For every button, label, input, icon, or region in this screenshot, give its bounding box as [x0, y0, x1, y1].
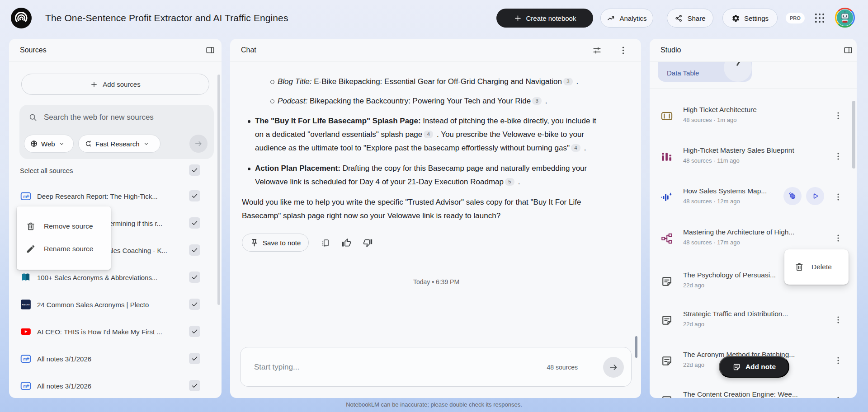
studio-scrollbar[interactable]	[852, 101, 855, 169]
source-row[interactable]: mAll notes 3/1/2026	[20, 345, 211, 372]
source-row[interactable]: mAll notes 3/1/2026	[20, 372, 211, 398]
studio-artifact-title: The Psychology of Persuasi...	[683, 271, 776, 279]
search-placeholder: Search the web for new sources	[44, 113, 154, 122]
studio-artifact-title: High-Ticket Mastery Sales Blueprint	[683, 146, 794, 154]
citation-chip[interactable]: 3	[532, 97, 542, 105]
chat-input-box[interactable]: Start typing... 48 sources	[240, 347, 632, 387]
select-all-checkbox[interactable]	[189, 164, 200, 176]
artifact-more-menu-icon[interactable]	[833, 111, 843, 121]
pushpin-icon	[250, 239, 259, 247]
interactive-mode-button[interactable]	[783, 187, 802, 205]
trash-icon	[26, 221, 36, 231]
chat-send-button[interactable]	[603, 357, 624, 378]
citation-chip[interactable]: 3	[563, 78, 573, 85]
source-checkbox[interactable]	[189, 326, 200, 337]
remove-source-menu-item[interactable]: Remove source	[17, 215, 111, 238]
rename-source-menu-item[interactable]: Rename source	[17, 238, 111, 260]
flashcards-icon	[660, 110, 673, 122]
audio-waveform-icon	[660, 191, 673, 204]
thumb-down-icon[interactable]	[363, 238, 373, 248]
save-to-note-button[interactable]: Save to note	[242, 234, 309, 252]
studio-artifact-row[interactable]: High Ticket Architecture48 sources · 1m …	[660, 105, 846, 127]
chat-scrollbar[interactable]	[635, 336, 637, 358]
citation-chip[interactable]: 5	[505, 178, 514, 186]
research-mode-dropdown[interactable]: Fast Research	[78, 135, 160, 153]
sources-panel: Sources Add sources Search the web for n…	[9, 39, 222, 398]
share-button[interactable]: Share	[667, 9, 713, 28]
source-checkbox[interactable]	[189, 299, 200, 310]
select-all-sources-row: Select all sources	[20, 164, 211, 177]
chat-sub-bullet-list: Blog Title: E-Bike Bikepacking: Essentia…	[242, 75, 606, 108]
add-sources-button[interactable]: Add sources	[21, 74, 209, 95]
studio-artifact-meta: 22d ago	[683, 361, 704, 368]
studio-artifact-row[interactable]: The Content Creation Engine: Wee...	[660, 389, 846, 398]
studio-artifact-meta: 48 sources · 17m ago	[683, 239, 740, 246]
artifact-more-menu-icon[interactable]	[833, 192, 843, 202]
studio-artifact-actions	[783, 187, 824, 205]
citation-chip[interactable]: 4	[424, 131, 433, 138]
source-checkbox[interactable]	[189, 244, 200, 256]
chat-header: Chat	[230, 39, 641, 61]
globe-icon	[30, 140, 38, 148]
search-input[interactable]: Search the web for new sources	[28, 113, 154, 122]
notebooklm-logo[interactable]	[11, 8, 32, 28]
studio-artifact-meta: 22d ago	[683, 282, 704, 289]
artifact-more-menu-icon[interactable]	[833, 233, 843, 243]
chat-panel: Chat Blog Title: E-Bike Bikepacking: Ess…	[230, 39, 641, 398]
chat-settings-tune-icon[interactable]	[592, 45, 602, 56]
apps-grid-icon[interactable]	[813, 12, 826, 24]
studio-artifact-row[interactable]: Strategic Traffic and Distribution...22d…	[660, 309, 846, 332]
studio-artifact-meta: 22d ago	[683, 321, 704, 328]
studio-header: Studio	[650, 39, 857, 61]
search-icon	[28, 113, 38, 122]
studio-delete-menu[interactable]: Delete	[784, 249, 849, 285]
trending-up-icon	[607, 14, 615, 23]
youtube-icon	[20, 326, 32, 337]
note-icon	[732, 363, 741, 371]
chat-sources-count: 48 sources	[547, 347, 578, 387]
chat-more-menu-icon[interactable]	[618, 45, 628, 56]
note-blue-icon: m	[20, 380, 32, 392]
chevron-down-icon	[143, 140, 150, 147]
copy-icon[interactable]	[321, 238, 330, 248]
collapse-sources-panel-icon[interactable]	[205, 45, 215, 55]
source-checkbox[interactable]	[189, 272, 200, 283]
thumb-up-icon[interactable]	[342, 238, 351, 248]
note-icon	[660, 394, 673, 398]
create-notebook-button[interactable]: Create notebook	[496, 9, 593, 28]
analytics-button[interactable]: Analytics	[600, 9, 653, 28]
artifact-more-menu-icon[interactable]	[833, 395, 843, 398]
source-checkbox[interactable]	[189, 190, 200, 201]
studio-artifact-row[interactable]: Mastering the Architecture of High...48 …	[660, 227, 846, 250]
play-button[interactable]	[806, 187, 824, 205]
source-title: All notes 3/1/2026	[37, 382, 91, 390]
sources-scrollbar[interactable]	[217, 75, 220, 305]
artifact-more-menu-icon[interactable]	[833, 315, 843, 325]
studio-create-row-clipped: Data Table	[650, 62, 857, 82]
chat-bullet-item: The "Buy It For Life Basecamp" Splash Pa…	[255, 114, 606, 155]
collapse-studio-panel-icon[interactable]	[843, 45, 853, 55]
svg-text:PLECTO: PLECTO	[22, 304, 30, 306]
disclaimer-text: NotebookLM can be inaccurate; please dou…	[0, 401, 868, 408]
studio-artifact-row[interactable]: High-Ticket Mastery Sales Blueprint48 so…	[660, 145, 846, 168]
artifact-more-menu-icon[interactable]	[833, 356, 843, 365]
studio-artifact-title: The Content Creation Engine: Wee...	[683, 390, 798, 398]
source-checkbox[interactable]	[189, 353, 200, 364]
studio-divider	[650, 89, 857, 89]
source-row[interactable]: mDeep Research Report: The High-Tick...	[20, 183, 211, 210]
fast-research-icon	[84, 140, 92, 148]
settings-button[interactable]: Settings	[722, 9, 778, 28]
search-submit-button[interactable]	[189, 135, 208, 153]
notebook-title: The One-Sentence Profit Extractor and AI…	[45, 0, 288, 36]
studio-artifact-title: Strategic Traffic and Distribution...	[683, 310, 788, 318]
studio-artifact-row[interactable]: How Sales Systems Map...48 sources · 12m…	[660, 186, 846, 209]
add-note-button[interactable]: Add note	[719, 356, 789, 378]
artifact-more-menu-icon[interactable]	[833, 151, 843, 161]
source-checkbox[interactable]	[189, 217, 200, 229]
source-checkbox[interactable]	[189, 380, 200, 391]
source-row[interactable]: AI CEO: THIS is How I'd Make My First ..…	[20, 318, 211, 345]
citation-chip[interactable]: 4	[571, 144, 580, 152]
web-source-dropdown[interactable]: Web	[24, 135, 74, 153]
user-avatar[interactable]	[835, 7, 855, 28]
source-row[interactable]: PLECTO24 Common Sales Acronyms | Plecto	[20, 291, 211, 318]
